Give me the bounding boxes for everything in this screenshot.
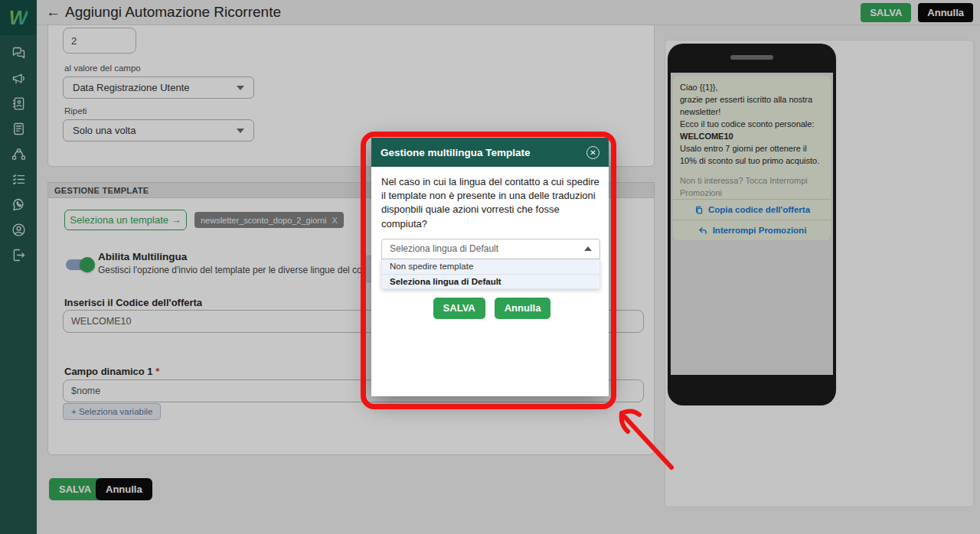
modal-body-text: Nel caso in cui la lingua del contatto a… (381, 175, 600, 231)
option-default-language[interactable]: Seleziona lingua di Default (382, 274, 599, 288)
multilingua-modal: Gestione multilingua Template ✕ Nel caso… (371, 138, 609, 396)
language-options-list: Non spedire template Seleziona lingua di… (381, 259, 600, 289)
modal-title: Gestione multilingua Template (381, 147, 586, 158)
close-icon[interactable]: ✕ (586, 146, 599, 159)
default-language-select[interactable]: Seleziona lingua di Default (381, 239, 600, 259)
option-no-send[interactable]: Non spedire template (382, 259, 599, 274)
modal-cancel-button[interactable]: Annulla (495, 298, 551, 319)
modal-save-button[interactable]: SALVA (433, 298, 485, 319)
default-language-value: Seleziona lingua di Default (390, 243, 498, 254)
chevron-up-icon (584, 246, 592, 251)
modal-header: Gestione multilingua Template ✕ (371, 138, 609, 167)
